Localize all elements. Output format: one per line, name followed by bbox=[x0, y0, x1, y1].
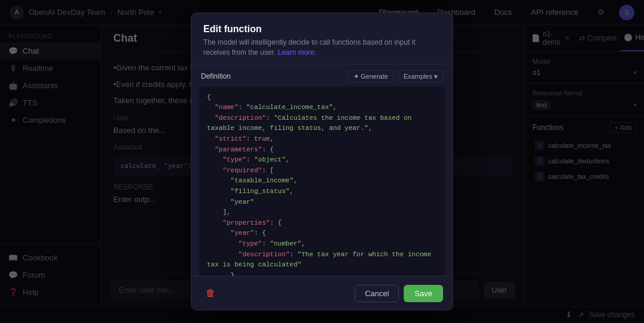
learn-more-link[interactable]: Learn more. bbox=[278, 48, 317, 57]
modal-overlay: Edit function The model will intelligent… bbox=[0, 0, 644, 323]
edit-function-modal: Edit function The model will intelligent… bbox=[191, 13, 453, 310]
modal-section-header: Definition ✦ Generate Examples ▾ bbox=[191, 64, 453, 86]
definition-label: Definition bbox=[201, 72, 231, 80]
modal-actions: ✦ Generate Examples ▾ bbox=[348, 70, 443, 83]
cancel-button[interactable]: Cancel bbox=[355, 285, 399, 302]
footer-buttons: Cancel Save bbox=[355, 285, 443, 302]
code-editor[interactable]: { "name": "calculate_income_tax", "descr… bbox=[199, 86, 445, 276]
modal-title: Edit function bbox=[203, 24, 441, 35]
modal-footer: 🗑 Cancel Save bbox=[191, 276, 453, 310]
generate-button[interactable]: ✦ Generate bbox=[348, 70, 394, 83]
modal-body: Definition ✦ Generate Examples ▾ { "name… bbox=[191, 64, 453, 276]
delete-button[interactable]: 🗑 bbox=[201, 284, 220, 303]
modal-header: Edit function The model will intelligent… bbox=[191, 13, 453, 64]
save-button[interactable]: Save bbox=[404, 285, 443, 302]
examples-button[interactable]: Examples ▾ bbox=[398, 70, 443, 83]
modal-subtitle: The model will intelligently decide to c… bbox=[203, 38, 441, 58]
